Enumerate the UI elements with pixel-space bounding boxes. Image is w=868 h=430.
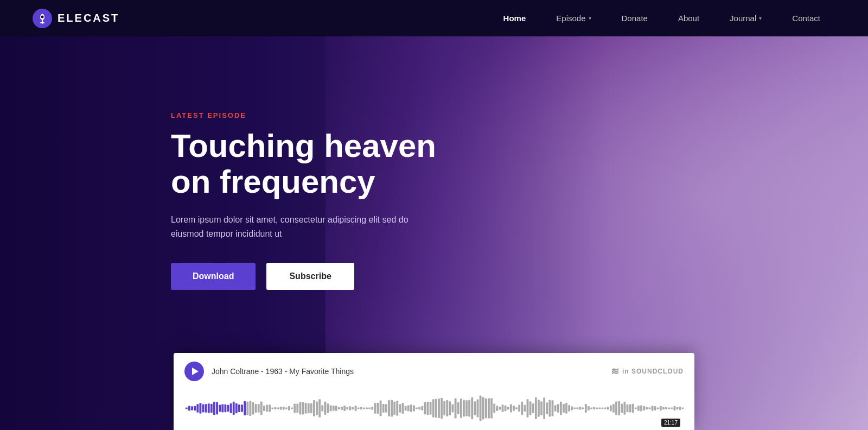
svg-rect-4 — [194, 406, 196, 411]
svg-rect-60 — [349, 406, 351, 410]
waveform[interactable]: 21:17 — [184, 387, 684, 430]
svg-rect-95 — [446, 400, 448, 416]
svg-rect-97 — [452, 404, 454, 413]
svg-rect-118 — [510, 404, 512, 413]
brand-name: ELECAST — [58, 12, 119, 24]
svg-rect-123 — [524, 405, 526, 412]
svg-rect-103 — [468, 400, 470, 417]
nav-item-episode[interactable]: Episode ▾ — [541, 0, 606, 36]
soundcloud-icon: ≋ — [611, 365, 620, 377]
svg-rect-102 — [465, 400, 468, 416]
svg-rect-7 — [202, 404, 205, 412]
svg-rect-87 — [424, 402, 426, 415]
player-controls: John Coltrane - 1963 - My Favorite Thing… — [184, 362, 354, 381]
svg-rect-179 — [679, 407, 681, 410]
play-button[interactable] — [184, 362, 204, 381]
svg-rect-44 — [305, 403, 307, 413]
svg-rect-127 — [535, 397, 537, 419]
svg-rect-16 — [227, 405, 229, 412]
track-duration: 21:17 — [661, 419, 680, 427]
svg-rect-88 — [427, 402, 429, 415]
svg-rect-119 — [513, 406, 515, 410]
svg-rect-6 — [199, 403, 201, 413]
svg-rect-131 — [546, 402, 548, 414]
brand-icon — [33, 9, 52, 28]
svg-rect-162 — [632, 404, 634, 413]
svg-rect-150 — [598, 408, 601, 409]
nav-item-home[interactable]: Home — [488, 0, 541, 36]
svg-rect-72 — [382, 404, 385, 413]
svg-rect-144 — [582, 408, 584, 409]
svg-rect-101 — [463, 400, 465, 416]
svg-rect-168 — [648, 407, 650, 409]
svg-rect-161 — [629, 404, 631, 412]
svg-rect-53 — [330, 405, 332, 411]
svg-rect-24 — [249, 401, 251, 416]
svg-rect-84 — [416, 408, 418, 409]
svg-rect-25 — [252, 402, 254, 414]
svg-rect-117 — [507, 407, 509, 409]
svg-rect-41 — [296, 404, 298, 413]
nav-link-home[interactable]: Home — [488, 0, 541, 36]
svg-rect-36 — [283, 407, 285, 409]
svg-rect-21 — [241, 404, 243, 412]
svg-rect-106 — [477, 399, 479, 417]
svg-rect-158 — [621, 403, 623, 413]
svg-rect-52 — [327, 403, 329, 413]
svg-point-0 — [41, 15, 44, 18]
svg-rect-133 — [552, 400, 554, 416]
svg-rect-110 — [488, 398, 490, 419]
svg-rect-130 — [543, 397, 545, 419]
nav-links: Home Episode ▾ Donate About Journal ▾ — [488, 0, 835, 36]
chevron-down-icon: ▾ — [759, 15, 762, 21]
svg-rect-169 — [652, 406, 654, 411]
svg-rect-147 — [590, 408, 592, 409]
svg-rect-105 — [474, 401, 476, 415]
svg-rect-65 — [363, 408, 365, 409]
svg-rect-40 — [293, 403, 296, 413]
subscribe-button[interactable]: Subscribe — [266, 263, 354, 290]
svg-rect-5 — [196, 404, 199, 412]
nav-item-contact[interactable]: Contact — [777, 0, 835, 36]
svg-rect-57 — [341, 407, 343, 410]
svg-rect-34 — [277, 408, 279, 409]
navbar: ELECAST Home Episode ▾ Donate About J — [0, 0, 868, 36]
svg-rect-166 — [643, 406, 645, 410]
svg-rect-180 — [682, 408, 684, 409]
svg-rect-32 — [271, 408, 273, 409]
svg-rect-38 — [288, 406, 290, 410]
svg-rect-125 — [529, 401, 532, 415]
svg-rect-79 — [402, 403, 404, 414]
svg-rect-22 — [244, 401, 246, 415]
svg-rect-167 — [646, 407, 648, 409]
brand-logo[interactable]: ELECAST — [33, 9, 119, 28]
svg-rect-139 — [568, 405, 570, 412]
svg-rect-145 — [585, 404, 587, 413]
svg-rect-146 — [588, 406, 590, 410]
download-button[interactable]: Download — [171, 263, 256, 290]
nav-item-about[interactable]: About — [663, 0, 714, 36]
nav-link-contact[interactable]: Contact — [777, 0, 835, 36]
svg-rect-8 — [205, 404, 207, 413]
svg-rect-141 — [573, 408, 576, 409]
nav-item-donate[interactable]: Donate — [607, 0, 663, 36]
latest-episode-label: LATEST EPISODE — [171, 111, 868, 119]
nav-link-journal[interactable]: Journal ▾ — [714, 0, 777, 36]
nav-item-journal[interactable]: Journal ▾ — [714, 0, 777, 36]
svg-rect-39 — [291, 408, 293, 409]
svg-rect-108 — [482, 397, 484, 419]
svg-rect-56 — [338, 407, 340, 409]
svg-rect-99 — [457, 402, 459, 414]
nav-link-donate[interactable]: Donate — [607, 0, 663, 36]
svg-rect-149 — [596, 408, 598, 409]
svg-rect-153 — [607, 407, 609, 410]
svg-rect-54 — [333, 406, 335, 410]
nav-link-episode[interactable]: Episode ▾ — [541, 0, 606, 36]
svg-rect-10 — [210, 404, 213, 413]
nav-link-about[interactable]: About — [663, 0, 714, 36]
svg-rect-111 — [490, 398, 493, 418]
svg-rect-77 — [396, 401, 398, 415]
hero-section: LATEST EPISODE Touching heaven on freque… — [0, 36, 868, 430]
svg-rect-178 — [676, 407, 679, 410]
svg-rect-78 — [399, 404, 401, 413]
